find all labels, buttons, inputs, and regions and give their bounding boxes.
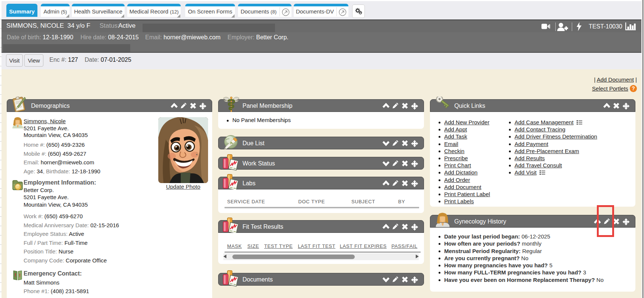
- svg-text:!: !: [19, 273, 21, 278]
- svg-text:!: !: [15, 273, 16, 278]
- svg-text:?: ?: [632, 85, 635, 91]
